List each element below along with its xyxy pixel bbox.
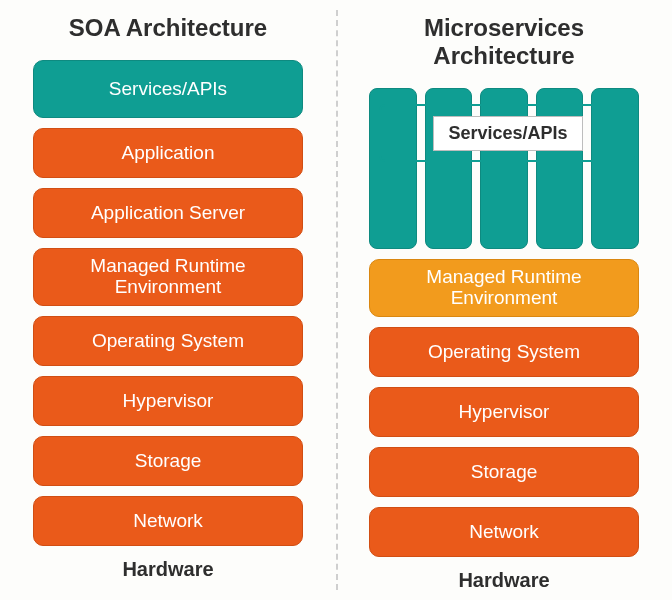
micro-layer: Network [369,507,639,557]
micro-layer: Managed Runtime Environment [369,259,639,317]
micro-pillars-wrap: Services/APIs [369,88,639,249]
soa-title: SOA Architecture [69,14,267,42]
soa-layers: Services/APIsApplicationApplication Serv… [33,60,303,556]
micro-layer: Hypervisor [369,387,639,437]
column-divider [336,10,338,590]
micro-layers: Managed Runtime EnvironmentOperating Sys… [369,259,639,567]
soa-layer: Network [33,496,303,546]
micro-title: Microservices Architecture [358,14,650,70]
services-apis-overlay: Services/APIs [379,104,637,162]
soa-footer: Hardware [122,558,213,581]
micro-layer: Storage [369,447,639,497]
micro-layer: Operating System [369,327,639,377]
soa-layer: Operating System [33,316,303,366]
soa-layer: Hypervisor [33,376,303,426]
soa-layer: Managed Runtime Environment [33,248,303,306]
soa-layer: Services/APIs [33,60,303,118]
soa-layer: Storage [33,436,303,486]
soa-column: SOA Architecture Services/APIsApplicatio… [0,0,336,600]
services-apis-label: Services/APIs [433,116,582,151]
soa-layer: Application Server [33,188,303,238]
soa-layer: Application [33,128,303,178]
micro-footer: Hardware [458,569,549,592]
micro-column: Microservices Architecture Services/APIs… [336,0,672,600]
